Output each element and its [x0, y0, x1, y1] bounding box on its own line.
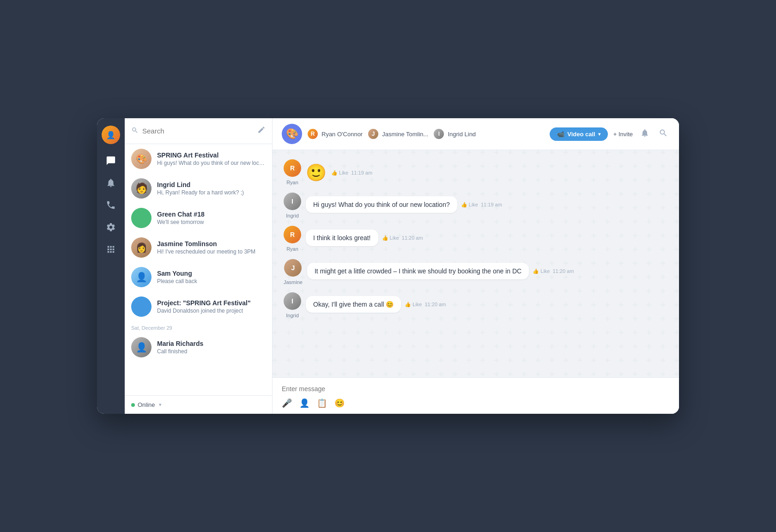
message-row-5: I Ingrid Okay, I'll give them a call 😊 👍… [284, 292, 668, 318]
msg-avatar-ryan-1: R [284, 159, 301, 177]
chat-header: 🎨 R Ryan O'Connor J Jasmine Tomlin... [273, 118, 679, 150]
conv-info-sam: Sam Young Please call back [157, 270, 266, 284]
msg-avatar-ryan-2: R [284, 226, 301, 243]
search-icon [131, 127, 139, 136]
msg-bubble-5: Okay, I'll give them a call 😊 [306, 296, 401, 313]
conv-name-project: Project: "SPRING Art Festival" [157, 299, 266, 307]
message-input[interactable] [282, 383, 670, 394]
msg-sender-jasmine: Jasmine [284, 279, 303, 285]
nav-phone-icon[interactable] [105, 200, 116, 211]
conv-name-ingrid: Ingrid Lind [157, 181, 266, 188]
msg-avatar-col-ryan-1: R Ryan [284, 159, 301, 185]
conv-preview-green: We'll see tomorrow [157, 219, 266, 225]
video-icon: 📹 [557, 131, 564, 138]
conversation-list: 🎨 SPRING Art Festival Hi guys! What do y… [125, 144, 272, 395]
conv-name-jasmine: Jasmine Tomlinson [157, 240, 266, 248]
nav-grid-icon[interactable] [105, 244, 116, 255]
user-avatar[interactable]: 👤 [102, 126, 120, 144]
msg-sender-ryan-1: Ryan [286, 180, 298, 185]
conv-name-maria: Maria Richards [157, 340, 266, 347]
input-toolbar: 🎤 👤 📋 😊 [282, 398, 670, 408]
conv-preview-ingrid: Hi, Ryan! Ready for a hard work? ;) [157, 189, 266, 196]
search-chat-button[interactable] [657, 127, 670, 142]
edit-icon[interactable]: 📋 [317, 398, 327, 408]
conv-item-ingrid[interactable]: 🧑 Ingrid Lind Hi, Ryan! Ready for a hard… [125, 174, 272, 203]
msg-like-4[interactable]: 👍 Like [533, 268, 550, 274]
nav-rail: 👤 [97, 118, 125, 414]
msg-like-1[interactable]: 👍 Like [331, 170, 348, 176]
msg-bubble-3: I think it looks great! [306, 230, 378, 246]
conv-avatar-jasmine: 👩 [131, 237, 152, 258]
invite-button[interactable]: + Invite [613, 131, 633, 138]
app-window: 👤 [97, 118, 679, 414]
conv-avatar-project [131, 296, 152, 317]
participant-name-jasmine: Jasmine Tomlin... [382, 131, 428, 138]
participant-name-ryan: Ryan O'Connor [321, 131, 363, 138]
conv-avatar-maria: 👤 [131, 337, 152, 357]
msg-like-5[interactable]: 👍 Like [405, 302, 422, 308]
conv-name-green: Green Chat #18 [157, 211, 266, 218]
participant-avatar-ryan: R [307, 128, 319, 140]
chat-area: 🎨 R Ryan O'Connor J Jasmine Tomlin... [273, 118, 679, 414]
msg-avatar-col-jasmine: J Jasmine [284, 259, 303, 285]
message-input-area: 🎤 👤 📋 😊 [273, 377, 679, 414]
compose-icon[interactable] [257, 126, 266, 136]
msg-emoji-1: 🙂 [306, 163, 327, 182]
conv-avatar-spring: 🎨 [131, 149, 152, 169]
msg-like-3[interactable]: 👍 Like [382, 235, 399, 241]
conv-item-maria[interactable]: 👤 Maria Richards Call finished [125, 332, 272, 362]
msg-avatar-col-ryan-2: R Ryan [284, 226, 301, 252]
online-indicator [131, 403, 135, 407]
msg-content-1: 🙂 👍 Like 11:19 am [306, 159, 372, 182]
conv-item-sam[interactable]: 👤 Sam Young Please call back [125, 262, 272, 292]
conv-preview-maria: Call finished [157, 348, 266, 355]
msg-meta-1: 👍 Like 11:19 am [331, 170, 372, 176]
msg-time-1: 11:19 am [351, 170, 372, 175]
conv-preview-sam: Please call back [157, 278, 266, 284]
msg-avatar-col-ingrid-1: I Ingrid [284, 193, 301, 218]
participant-avatar-ingrid: I [433, 128, 445, 140]
msg-time-5: 11:20 am [425, 302, 446, 307]
person-icon[interactable]: 👤 [299, 398, 309, 408]
conv-name-sam: Sam Young [157, 270, 266, 277]
video-call-button[interactable]: 📹 Video call ▾ [550, 127, 607, 141]
conv-item-green-chat[interactable]: Green Chat #18 We'll see tomorrow [125, 203, 272, 233]
msg-like-2[interactable]: 👍 Like [461, 202, 478, 208]
conv-item-spring-art[interactable]: 🎨 SPRING Art Festival Hi guys! What do y… [125, 144, 272, 174]
conv-name-spring: SPRING Art Festival [157, 151, 266, 159]
nav-bell-icon[interactable] [105, 177, 116, 188]
msg-content-4: It might get a little crowded – I think … [307, 259, 574, 279]
message-row-2: I Ingrid Hi guys! What do you think of o… [284, 193, 668, 218]
conv-preview-spring: Hi guys! What do you think of our new lo… [157, 160, 266, 166]
conv-info-jasmine: Jasmine Tomlinson Hi! I've rescheduled o… [157, 240, 266, 255]
date-divider: Sat, December 29 [125, 321, 272, 332]
msg-content-5: Okay, I'll give them a call 😊 👍 Like 11:… [306, 292, 446, 313]
msg-avatar-jasmine: J [284, 259, 302, 277]
conv-avatar-ingrid: 🧑 [131, 178, 152, 199]
msg-content-2: Hi guys! What do you think of our new lo… [306, 193, 502, 213]
search-input[interactable] [142, 127, 257, 135]
nav-settings-icon[interactable] [105, 222, 116, 233]
participant-avatar-jasmine: J [367, 128, 379, 140]
status-chevron-icon[interactable]: ▾ [159, 402, 162, 408]
video-call-chevron: ▾ [598, 132, 600, 137]
conversations-panel: 🎨 SPRING Art Festival Hi guys! What do y… [125, 118, 273, 414]
participant-name-ingrid: Ingrid Lind [448, 131, 476, 138]
group-avatar: 🎨 [282, 124, 302, 144]
search-bar [125, 118, 272, 144]
mic-icon[interactable]: 🎤 [282, 398, 292, 408]
notifications-button[interactable] [638, 127, 651, 142]
conv-item-jasmine[interactable]: 👩 Jasmine Tomlinson Hi! I've rescheduled… [125, 233, 272, 262]
conv-info-maria: Maria Richards Call finished [157, 340, 266, 355]
chat-header-left: 🎨 R Ryan O'Connor J Jasmine Tomlin... [282, 124, 476, 144]
nav-chat-icon[interactable] [105, 155, 116, 166]
msg-meta-2: 👍 Like 11:19 am [461, 202, 502, 208]
message-row-1: R Ryan 🙂 👍 Like 11:19 am [284, 159, 668, 185]
conv-item-project[interactable]: Project: "SPRING Art Festival" David Don… [125, 292, 272, 321]
msg-content-3: I think it looks great! 👍 Like 11:20 am [306, 226, 423, 246]
emoji-icon[interactable]: 😊 [334, 398, 345, 408]
msg-bubble-2: Hi guys! What do you think of our new lo… [306, 196, 457, 213]
conv-preview-jasmine: Hi! I've rescheduled our meeting to 3PM [157, 248, 266, 255]
message-row-3: R Ryan I think it looks great! 👍 Like 11… [284, 226, 668, 252]
online-label: Online [138, 401, 155, 408]
